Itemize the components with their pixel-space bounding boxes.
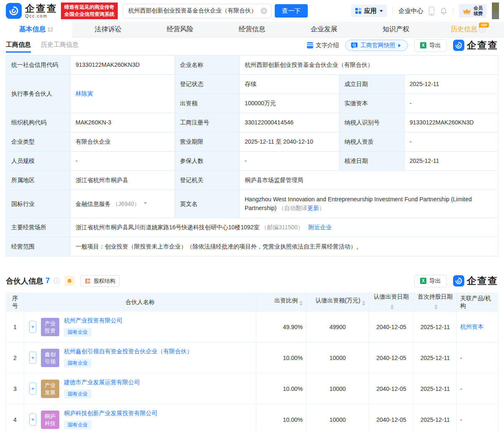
- expand-button[interactable]: +: [29, 413, 36, 426]
- text-intro-button[interactable]: 文字介绍: [307, 42, 339, 49]
- ratio-value: 10.00%: [256, 342, 306, 373]
- subtab-history-business-info[interactable]: 历史工商信息: [41, 38, 79, 53]
- pay-date-value: 2040-12-05: [369, 373, 414, 404]
- pay-date-value: 2040-12-05: [369, 404, 414, 431]
- expand-button[interactable]: +: [29, 321, 36, 333]
- grid-icon: [355, 8, 361, 14]
- approval-date-value: 2025-12-11: [405, 152, 498, 171]
- subtab-business-info[interactable]: 工商信息: [6, 38, 31, 53]
- main-tab-bar: 基本信息 12 法律诉讼 经营风险 经营信息 企业发展 知识产权 VIP 历史信…: [0, 22, 504, 38]
- partner-name-link[interactable]: 桐庐科技创新产业发展投资有限公司: [64, 410, 157, 417]
- nearby-companies-link[interactable]: 附近企业: [309, 224, 332, 231]
- expand-button[interactable]: +: [29, 352, 36, 364]
- partner-avatar: 桐庐科技: [41, 411, 59, 429]
- tab-operation-risk[interactable]: 经营风险: [144, 22, 216, 37]
- field-label: 组织机构代码: [6, 113, 71, 132]
- serial-number: 1: [6, 312, 24, 342]
- staff-size-value: -: [71, 152, 175, 171]
- managing-partner-link[interactable]: 林陈寅: [76, 90, 93, 97]
- first-hold-date-value: 2025-12-11: [414, 404, 457, 431]
- field-label: 登记状态: [175, 75, 240, 94]
- reg-no-value: 330122000414546: [240, 113, 339, 132]
- col-ratio[interactable]: 出资比例: [256, 293, 306, 312]
- partner-name-link[interactable]: 杭州鑫创引领自有资金投资合伙企业（有限合伙）: [64, 348, 192, 355]
- field-label: 英文名: [175, 190, 240, 218]
- state-owned-tag: 国有企业: [64, 421, 91, 429]
- business-scope-value: 一般项目：创业投资（限投资未上市企业）（除依法须经批准的项目外，凭营业执照依法自…: [71, 237, 498, 256]
- ratio-value: 10.00%: [256, 404, 306, 431]
- search-input[interactable]: [123, 4, 271, 18]
- toolbar: 文字介绍 工商官网快照 X 导出 企查查: [307, 39, 498, 52]
- qcc-logo[interactable]: 企查查 Qcc.com: [6, 3, 58, 19]
- search-button[interactable]: 查一下: [275, 4, 308, 18]
- col-first-hold-date[interactable]: 首次持股日期: [414, 293, 457, 312]
- vip-renew-button[interactable]: 会员 续费: [459, 4, 486, 18]
- field-label: 出资额: [175, 94, 240, 113]
- field-label: 企业类型: [6, 132, 71, 152]
- excel-icon: X: [420, 278, 426, 284]
- expand-button[interactable]: +: [29, 383, 36, 395]
- partners-table: 序号 合伙人名称 出资比例 认缴出资额(万元) 认缴出资日期 首次持股日期 关联…: [6, 293, 498, 431]
- partner-avatar: 产业投资: [41, 318, 59, 336]
- apps-menu[interactable]: 应用: [351, 5, 387, 17]
- ratio-value: 49.90%: [256, 312, 306, 342]
- tab-operation-info[interactable]: 经营信息: [216, 22, 288, 37]
- table-row: 4 + 桐庐科技 桐庐科技创新产业发展投资有限公司 国有企业 10.00% 10…: [6, 404, 498, 431]
- sort-icon[interactable]: [362, 299, 365, 307]
- sort-icon[interactable]: [299, 299, 303, 307]
- partner-name-link[interactable]: 杭州产业投资有限公司: [64, 317, 122, 325]
- official-snapshot-button[interactable]: 工商官网快照: [345, 40, 408, 51]
- related-product-link[interactable]: 杭州资本: [460, 323, 484, 330]
- partners-export-button[interactable]: X 导出: [414, 275, 447, 287]
- col-pay-date[interactable]: 认缴出资日期: [369, 293, 414, 312]
- divider: [453, 8, 453, 14]
- state-owned-tag: 国有企业: [64, 390, 91, 398]
- tab-count: 12: [48, 27, 53, 33]
- export-button[interactable]: X 导出: [414, 39, 447, 52]
- sort-icon[interactable]: [434, 303, 438, 311]
- mobile-app-icon[interactable]: [429, 7, 434, 15]
- business-info-table: 统一社会信用代码 91330122MAK260KN3D 企业名称 杭州西部创新创…: [6, 55, 498, 256]
- partner-name-link[interactable]: 建德市产业发展运营有限公司: [64, 379, 140, 386]
- paid-capital-value: -: [405, 94, 498, 113]
- tab-basic-info[interactable]: 基本信息 12: [0, 22, 72, 37]
- partner-avatar: 产业发展: [41, 380, 59, 398]
- partners-tools: X 导出 企查查: [414, 274, 498, 287]
- state-owned-tag: 国有企业: [64, 328, 91, 337]
- info-icon[interactable]: i: [53, 278, 60, 284]
- reg-status-value: 存续: [240, 75, 339, 94]
- crown-icon: [463, 8, 471, 14]
- search-bar: ✕ 查一下: [123, 4, 308, 18]
- avatar[interactable]: [492, 3, 499, 19]
- tab-legal-litigation[interactable]: 法律诉讼: [72, 22, 144, 37]
- credit-code-value: 91330122MAK260KN3D: [71, 56, 175, 75]
- company-type-value: 有限合伙企业: [71, 132, 175, 152]
- related-product: -: [457, 373, 498, 404]
- clear-icon[interactable]: ✕: [261, 8, 267, 14]
- equity-structure-button[interactable]: 股权结构: [81, 275, 120, 287]
- bell-icon[interactable]: [440, 7, 448, 15]
- serial-number: 3: [6, 373, 24, 404]
- tab-company-development[interactable]: 企业发展: [288, 22, 360, 37]
- top-nav: 应用 企业中心 会员 续费: [351, 3, 499, 19]
- tab-intellectual-property[interactable]: 知识产权: [360, 22, 432, 37]
- subscribe-bell-icon[interactable]: [64, 276, 75, 286]
- col-serial: 序号: [6, 293, 24, 312]
- field-label: 统一社会信用代码: [6, 56, 71, 75]
- reg-authority-value: 桐庐县市场监督管理局: [240, 171, 498, 190]
- english-name-value: Hangzhou West Innovation and Entrepreneu…: [240, 190, 498, 218]
- translate-refresh-link[interactable]: 更新: [307, 205, 319, 211]
- org-code-value: MAK260KN-3: [71, 113, 175, 132]
- col-amount[interactable]: 认缴出资额(万元): [306, 293, 369, 312]
- enterprise-center-link[interactable]: 企业中心: [398, 7, 423, 15]
- chevron-down-icon[interactable]: [144, 202, 147, 206]
- related-product: 杭州资本: [457, 312, 498, 342]
- partners-section-header: 合伙人信息 7 i 股权结构 X 导出 企查查: [6, 274, 498, 287]
- managing-partner-value: 林陈寅: [71, 75, 175, 113]
- sort-icon[interactable]: [390, 303, 394, 311]
- serial-number: 2: [6, 342, 24, 373]
- vip-renew-label: 会员 续费: [474, 5, 483, 16]
- field-label: 营业期限: [175, 132, 240, 152]
- col-related: 关联产品/机构: [457, 293, 498, 312]
- tab-history-info[interactable]: VIP 历史信息 i: [432, 22, 504, 37]
